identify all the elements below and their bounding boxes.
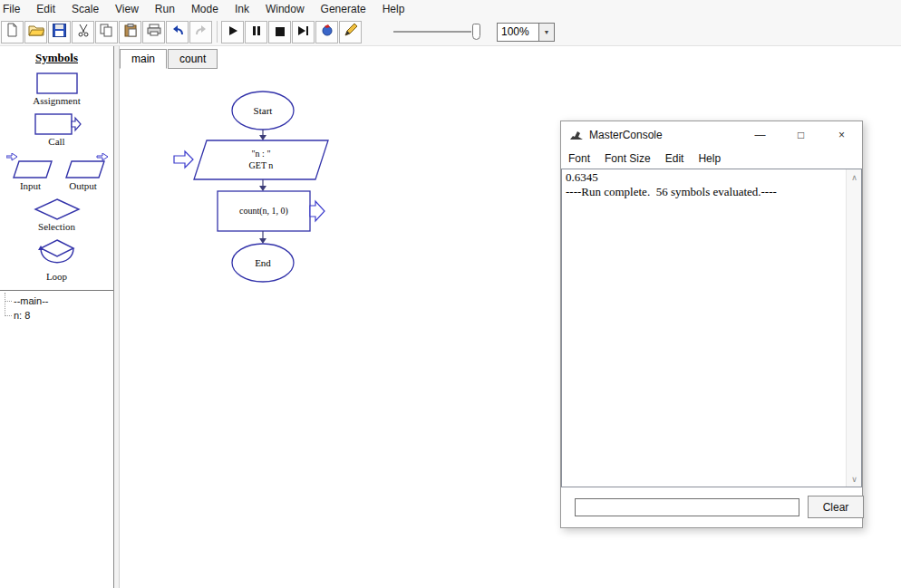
maximize-button[interactable]: □ — [780, 121, 821, 149]
flow-connector — [259, 179, 266, 191]
stop-icon — [276, 24, 285, 40]
toolbar-separator — [217, 21, 218, 43]
play-button[interactable] — [221, 21, 244, 43]
minimize-icon: — — [755, 129, 766, 141]
window-controls: — □ × — [740, 121, 862, 149]
menu-edit[interactable]: Edit — [28, 1, 63, 17]
open-button[interactable] — [24, 21, 47, 43]
symbol-label: Input — [20, 180, 41, 191]
flow-start-oval[interactable]: Start — [232, 92, 294, 130]
symbol-label: Assignment — [33, 95, 81, 106]
svg-text:count(n, 1, 0): count(n, 1, 0) — [239, 206, 288, 217]
flow-connector — [259, 130, 266, 140]
menu-generate[interactable]: Generate — [313, 1, 374, 17]
console-output-line: 0.6345 — [566, 170, 857, 185]
symbol-call[interactable]: Call — [0, 112, 113, 147]
menu-mode[interactable]: Mode — [183, 1, 227, 17]
copy-icon — [100, 24, 113, 41]
pause-button[interactable] — [245, 21, 267, 43]
cut-button[interactable] — [72, 21, 94, 43]
tab-strip: main count — [120, 48, 218, 69]
symbol-assignment[interactable]: Assignment — [0, 72, 113, 106]
scroll-up-icon[interactable]: ∧ — [847, 169, 862, 185]
new-button[interactable] — [1, 21, 24, 43]
printer-icon — [147, 24, 161, 40]
symbol-input[interactable]: Input — [6, 153, 55, 191]
chevron-down-icon: ▼ — [544, 29, 550, 35]
save-button[interactable] — [48, 21, 71, 43]
symbol-loop[interactable]: Loop — [0, 238, 113, 282]
speed-slider[interactable] — [393, 23, 480, 41]
copy-button[interactable] — [95, 21, 118, 43]
svg-text:"n : ": "n : " — [252, 149, 271, 159]
step-button[interactable] — [292, 21, 315, 43]
redo-arrow-icon — [194, 24, 208, 40]
menu-file[interactable]: File — [0, 1, 28, 17]
paste-button[interactable] — [119, 21, 141, 43]
debug-icon — [321, 24, 334, 40]
ink-pen-icon — [344, 23, 358, 41]
tree-item-main[interactable]: --main-- — [0, 294, 113, 308]
close-icon: × — [838, 129, 845, 141]
tab-main[interactable]: main — [120, 49, 167, 69]
svg-text:GET n: GET n — [249, 160, 274, 170]
console-title-bar[interactable]: MasterConsole — □ × — [561, 121, 862, 149]
console-menu-edit[interactable]: Edit — [658, 150, 692, 167]
clear-button[interactable]: Clear — [808, 496, 864, 518]
menu-bar: File Edit Scale View Run Mode Ink Window… — [0, 0, 901, 18]
console-output-area: 0.6345 ----Run complete. 56 symbols eval… — [561, 169, 862, 487]
flowchart-svg: Start "n : " GET n — [120, 69, 555, 359]
menu-window[interactable]: Window — [257, 1, 313, 17]
slider-track — [393, 31, 471, 33]
assignment-shape-icon — [34, 72, 81, 95]
flow-input-parallelogram[interactable]: "n : " GET n — [194, 140, 328, 179]
paste-clipboard-icon — [124, 24, 137, 41]
console-scrollbar[interactable]: ∧ ∨ — [846, 169, 861, 487]
flow-call-rectangle[interactable]: count(n, 1, 0) — [218, 191, 325, 231]
tree-item-label: n: 8 — [14, 310, 30, 321]
tab-count[interactable]: count — [168, 49, 218, 69]
maximize-icon: □ — [798, 129, 804, 141]
flow-end-oval[interactable]: End — [232, 244, 294, 282]
close-button[interactable]: × — [821, 121, 862, 149]
symbols-panel: Symbols Assignment Call Input — [0, 46, 114, 588]
zoom-control: 100% ▼ — [497, 23, 555, 42]
symbol-label: Call — [48, 136, 64, 147]
menu-help[interactable]: Help — [374, 1, 413, 17]
stop-button[interactable] — [268, 21, 291, 43]
flow-connector — [259, 231, 266, 244]
zoom-input[interactable]: 100% — [497, 23, 538, 42]
toolbar: 100% ▼ — [0, 18, 901, 46]
menu-view[interactable]: View — [107, 1, 147, 17]
menu-scale[interactable]: Scale — [63, 1, 107, 17]
console-menu-help[interactable]: Help — [691, 150, 728, 167]
zoom-dropdown-button[interactable]: ▼ — [538, 23, 555, 42]
symbol-label: Loop — [46, 271, 67, 282]
tree-item-variable[interactable]: n: 8 — [0, 308, 113, 323]
console-menu-fontsize[interactable]: Font Size — [597, 150, 658, 167]
debug-button[interactable] — [315, 21, 338, 43]
undo-button[interactable] — [166, 21, 189, 43]
menu-ink[interactable]: Ink — [227, 1, 257, 17]
master-console-window: MasterConsole — □ × Font Font Size Edit … — [560, 120, 863, 528]
console-input-field[interactable] — [575, 498, 799, 516]
redo-button[interactable] — [189, 21, 212, 43]
console-menu-font[interactable]: Font — [561, 150, 597, 167]
loop-shape-icon — [34, 238, 81, 271]
slider-handle[interactable] — [472, 24, 480, 40]
symbol-selection[interactable]: Selection — [0, 198, 113, 232]
menu-run[interactable]: Run — [147, 1, 183, 17]
minimize-button[interactable]: — — [740, 121, 780, 149]
selection-shape-icon — [34, 198, 81, 221]
ink-pen-button[interactable] — [339, 21, 362, 43]
scroll-down-icon[interactable]: ∨ — [847, 471, 862, 487]
symbol-output[interactable]: Output — [59, 153, 108, 191]
open-folder-icon — [28, 24, 44, 40]
svg-text:Start: Start — [254, 105, 273, 116]
call-shape-icon — [32, 112, 82, 136]
console-menu-bar: Font Font Size Edit Help — [561, 149, 862, 169]
pause-icon — [252, 24, 261, 40]
console-output-line: ----Run complete. 56 symbols evaluated.-… — [566, 185, 857, 199]
raptor-logo-icon — [569, 129, 584, 141]
print-button[interactable] — [142, 21, 165, 43]
